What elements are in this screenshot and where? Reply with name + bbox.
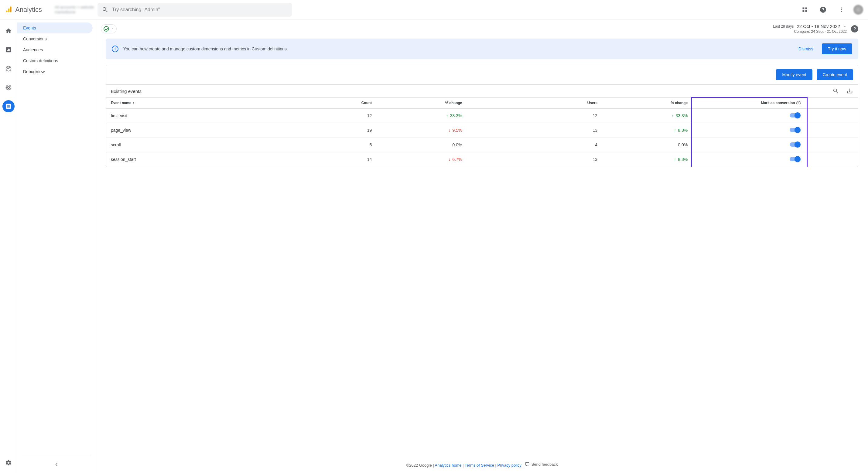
change-cell: ↑8.3% [602, 123, 692, 137]
property-selector[interactable]: All accounts > website marketbone [55, 5, 94, 14]
change-cell: 0.0% [377, 137, 467, 152]
col-users[interactable]: Users [467, 98, 602, 109]
svg-point-9 [841, 7, 842, 8]
download-icon[interactable] [846, 88, 853, 94]
col-event-name[interactable]: Event name↑ [106, 98, 316, 109]
subnav-item-debugview[interactable]: DebugView [17, 66, 93, 77]
count-cell: 14 [316, 152, 377, 167]
chevron-down-icon [843, 25, 847, 28]
event-name-cell[interactable]: first_visit [106, 108, 316, 123]
conversion-toggle-cell [692, 152, 805, 167]
rail-reports-icon[interactable] [2, 44, 14, 56]
svg-rect-1 [8, 8, 9, 12]
change-cell: 0.0% [602, 137, 692, 152]
help-icon[interactable]: ? [851, 25, 858, 32]
change-cell: ↑33.3% [602, 108, 692, 123]
info-icon: i [112, 45, 119, 52]
table-row: scroll50.0%40.0% [106, 137, 858, 152]
change-cell: ↓9.5% [377, 123, 467, 137]
help-icon[interactable]: ? [796, 101, 801, 105]
date-compare: Compare: 24 Sept - 21 Oct 2022 [773, 29, 847, 34]
events-card: Modify event Create event Existing event… [106, 65, 858, 167]
avatar[interactable] [854, 5, 863, 14]
collapse-subnav-icon[interactable] [54, 462, 60, 468]
conversion-toggle[interactable] [789, 141, 801, 148]
users-cell: 4 [467, 137, 602, 152]
conversion-toggle-cell [692, 123, 805, 137]
svg-point-10 [841, 9, 842, 10]
count-cell: 5 [316, 137, 377, 152]
search-input[interactable] [112, 7, 288, 12]
toolbar: Last 28 days 22 Oct - 18 Nov 2022 Compar… [96, 20, 868, 37]
send-feedback-button[interactable]: Send feedback [525, 462, 558, 467]
rail-advertising-icon[interactable] [2, 82, 14, 94]
header-actions: ? [799, 4, 863, 16]
footer-link-privacy[interactable]: Privacy policy [497, 463, 522, 468]
app-header: Analytics All accounts > website marketb… [0, 0, 868, 20]
col-count[interactable]: Count [316, 98, 377, 109]
nav-rail [0, 20, 17, 473]
help-icon[interactable]: ? [817, 4, 829, 16]
svg-text:?: ? [822, 7, 825, 12]
rail-configure-icon[interactable] [2, 100, 14, 112]
col-change2[interactable]: % change [602, 98, 692, 109]
sort-asc-icon: ↑ [132, 101, 134, 105]
subnav: EventsConversionsAudiencesCustom definit… [17, 20, 96, 473]
subnav-divider [22, 456, 91, 456]
svg-rect-13 [7, 50, 8, 51]
try-it-now-button[interactable]: Try it now [822, 43, 852, 54]
check-icon [103, 26, 109, 32]
svg-rect-20 [7, 105, 10, 105]
main-content: Last 28 days 22 Oct - 18 Nov 2022 Compar… [96, 20, 868, 473]
status-pill[interactable] [101, 24, 117, 33]
logo-block: Analytics [5, 6, 54, 14]
events-table: Event name↑ Count % change Users % chang… [106, 97, 858, 167]
col-change1[interactable]: % change [377, 98, 467, 109]
search-icon[interactable] [833, 88, 839, 94]
table-row: session_start14↓6.7%13↑8.3% [106, 152, 858, 167]
subnav-item-audiences[interactable]: Audiences [17, 44, 93, 55]
svg-point-11 [841, 11, 842, 12]
svg-rect-23 [525, 463, 529, 465]
modify-event-button[interactable]: Modify event [776, 69, 812, 80]
footer-link-terms[interactable]: Terms of Service [465, 463, 494, 468]
search-bar[interactable] [97, 3, 292, 17]
rail-explore-icon[interactable] [2, 63, 14, 75]
users-cell: 13 [467, 152, 602, 167]
svg-rect-22 [7, 107, 10, 107]
svg-rect-14 [8, 49, 9, 51]
footer-link-home[interactable]: Analytics home [435, 463, 462, 468]
users-cell: 12 [467, 108, 602, 123]
rail-admin-icon[interactable] [2, 456, 14, 469]
info-banner: i You can now create and manage custom d… [106, 38, 858, 59]
event-name-cell[interactable]: scroll [106, 137, 316, 152]
svg-point-18 [7, 86, 9, 88]
property-line2: marketbone [55, 10, 94, 14]
rail-home-icon[interactable] [2, 25, 14, 37]
brand-name: Analytics [15, 6, 42, 14]
event-name-cell[interactable]: page_view [106, 123, 316, 137]
apps-icon[interactable] [799, 4, 811, 16]
conversion-toggle-cell [692, 108, 805, 123]
property-line1: All accounts > website [55, 5, 94, 10]
conversion-toggle[interactable] [789, 127, 801, 133]
subnav-item-custom-definitions[interactable]: Custom definitions [17, 55, 93, 66]
date-label: Last 28 days [773, 24, 794, 29]
subnav-item-conversions[interactable]: Conversions [17, 33, 93, 44]
event-name-cell[interactable]: session_start [106, 152, 316, 167]
chevron-down-icon [111, 27, 114, 30]
dismiss-button[interactable]: Dismiss [795, 44, 817, 54]
svg-rect-6 [805, 10, 807, 12]
svg-rect-21 [7, 106, 10, 106]
conversion-toggle[interactable] [789, 156, 801, 162]
subnav-item-events[interactable]: Events [17, 23, 93, 33]
change-cell: ↑8.3% [602, 152, 692, 167]
date-picker[interactable]: Last 28 days 22 Oct - 18 Nov 2022 Compar… [773, 24, 847, 34]
conversion-toggle[interactable] [789, 112, 801, 118]
more-icon[interactable] [835, 4, 847, 16]
search-icon [102, 6, 108, 13]
count-cell: 19 [316, 123, 377, 137]
create-event-button[interactable]: Create event [817, 69, 853, 80]
svg-rect-0 [6, 10, 7, 12]
svg-rect-2 [10, 6, 11, 12]
